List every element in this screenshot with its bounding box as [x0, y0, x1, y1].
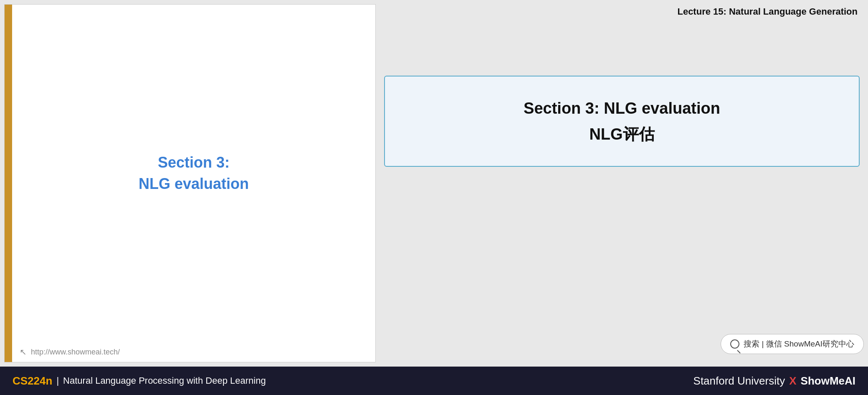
main-area: Section 3: NLG evaluation ↖ http://www.s… — [0, 0, 868, 367]
section-card-subtitle: NLG评估 — [402, 124, 842, 145]
course-code: CS224n — [13, 375, 52, 387]
showmeai-text: ShowMeAI — [801, 375, 855, 387]
search-box[interactable]: 搜索 | 微信 ShowMeAI研究中心 — [721, 334, 864, 354]
slide-left-bar — [5, 5, 12, 362]
search-icon — [730, 339, 739, 349]
slide-section-title: Section 3: NLG evaluation — [139, 152, 249, 194]
course-title: Natural Language Processing with Deep Le… — [63, 375, 266, 386]
separator: | — [56, 375, 59, 386]
section-card: Section 3: NLG evaluation NLG评估 — [384, 76, 860, 167]
x-separator: X — [789, 375, 796, 387]
slide-section-line2: NLG evaluation — [139, 173, 249, 194]
slide-url: http://www.showmeai.tech/ — [31, 348, 120, 357]
bottom-right: Stanford University X ShowMeAI — [693, 375, 855, 387]
section-card-title: Section 3: NLG evaluation — [402, 97, 842, 120]
bottom-bar: CS224n | Natural Language Processing wit… — [0, 367, 868, 395]
slide-section-line1: Section 3: — [139, 152, 249, 173]
slide-content: Section 3: NLG evaluation — [5, 5, 375, 342]
slide-container: Section 3: NLG evaluation ↖ http://www.s… — [4, 4, 376, 362]
search-text: 搜索 | 微信 ShowMeAI研究中心 — [744, 339, 854, 349]
cursor-icon: ↖ — [20, 347, 27, 357]
slide-footer: ↖ http://www.showmeai.tech/ — [5, 342, 375, 362]
lecture-title: Lecture 15: Natural Language Generation — [384, 6, 860, 17]
bottom-left: CS224n | Natural Language Processing wit… — [13, 375, 266, 387]
right-panel: Lecture 15: Natural Language Generation … — [382, 0, 868, 367]
stanford-text: Stanford University — [693, 375, 785, 387]
